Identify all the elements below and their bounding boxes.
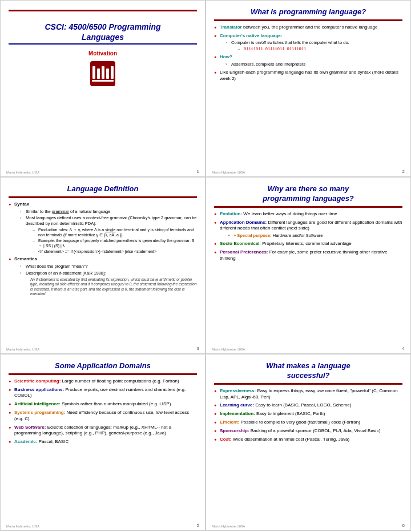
binary-example: 01111011 01111011 01111011 bbox=[238, 46, 402, 52]
slide-6-title: What makes a language successful? bbox=[214, 361, 402, 381]
bullet-systems: Systems programming: Need efficiency bec… bbox=[9, 410, 197, 422]
bullet-scientific: Scientific computing: Large number of fl… bbox=[9, 378, 197, 385]
slide-6-footer: Maria Hybinette, UGA bbox=[212, 525, 245, 528]
slide-3-bullets: Syntax Similar to the grammar of a natur… bbox=[9, 201, 197, 297]
slides-grid: CSCI: 4500/6500 Programming Languages Mo… bbox=[0, 0, 411, 531]
slide-5-footer: Maria Hybinette, UGA bbox=[6, 525, 39, 528]
motivation-label: Motivation bbox=[9, 50, 197, 57]
slide-3: Language Definition Syntax Similar to th… bbox=[0, 177, 206, 354]
bullet-translator: Translator between you, the programmer a… bbox=[214, 25, 402, 31]
bullet-how: How? Assemblers, compilers and interpret… bbox=[214, 54, 402, 67]
slide-6-bullets: Expressiveness: Easy to express things, … bbox=[214, 388, 402, 443]
bullet-business: Business applications: Produce reports, … bbox=[9, 387, 197, 400]
bullet-cost: Cost: Wide dissemination at minimal cost… bbox=[214, 437, 402, 443]
if-statement-bnf: <if-statement> ::= if (<expression>) <st… bbox=[33, 249, 197, 254]
bullet-efficient: Efficient: Possible to compile to very g… bbox=[214, 420, 402, 426]
slide-3-title: Language Definition bbox=[9, 184, 197, 194]
bullet-implementation: Implementation: Easy to implement (BASIC… bbox=[214, 411, 402, 417]
logo-box bbox=[9, 61, 197, 86]
bullet-expressiveness: Expressiveness: Easy to express things, … bbox=[214, 388, 402, 401]
bullet-web: Web Software: Eclectic collection of lan… bbox=[9, 425, 197, 437]
slide-4: Why are there so many programming langua… bbox=[206, 177, 411, 354]
slide-5: Some Application Domains Scientific comp… bbox=[0, 354, 206, 531]
bullet-native-lang: Computer's native language: Computer is … bbox=[214, 33, 402, 53]
sub-special-purpose: » Special purpose: Hardware and/or Softw… bbox=[228, 233, 402, 239]
bullet-app-domains: Application Domains: Different languages… bbox=[214, 220, 402, 239]
bullet-syntax: Syntax Similar to the grammar of a natur… bbox=[9, 201, 197, 255]
sub-grammar: Similar to the grammar of a natural lang… bbox=[20, 209, 197, 215]
slide-2-title: What is programming language? bbox=[214, 7, 402, 17]
slide-4-bullets: Evolution: We learn better ways of doing… bbox=[214, 211, 402, 262]
slide-5-bullets: Scientific computing: Large number of fl… bbox=[9, 378, 197, 445]
slide-2-bullets: Translator between you, the programmer a… bbox=[214, 25, 402, 82]
bullet-academic: Academic: Pascal, BASIC bbox=[9, 439, 197, 445]
production-rules: Production rules: Λ → γ, where Λ is a si… bbox=[33, 227, 197, 237]
example-grammar: Example: the language of properly matche… bbox=[33, 238, 197, 248]
sub-assemblers: Assemblers, compilers and interpreters bbox=[225, 62, 402, 67]
bullet-evolution: Evolution: We learn better ways of doing… bbox=[214, 211, 402, 217]
bullet-learning: Learning curve: Easy to learn (BASIC, Pa… bbox=[214, 402, 402, 409]
bullet-personal: Personal Preferences: For example, some … bbox=[214, 249, 402, 262]
slide-4-footer: Maria Hybinette, UGA bbox=[212, 348, 245, 351]
slide-2: What is programming language? Translator… bbox=[206, 0, 411, 177]
sub-context-free: Most languages defined uses a context-fr… bbox=[20, 215, 197, 254]
slide-1-title: CSCI: 4500/6500 Programming Languages bbox=[9, 22, 197, 42]
sub-onoff: Computer is on/off switches that tells t… bbox=[225, 40, 402, 52]
sub-if-desc: Description of an if-statement [K&R 1988… bbox=[20, 271, 197, 297]
university-logo bbox=[90, 61, 115, 86]
bullet-socio: Socio-Economical: Proprietary interests,… bbox=[214, 241, 402, 247]
if-desc-text: An if-statement is executed by first eva… bbox=[26, 277, 197, 297]
slide-1-footer: Maria Hybinette, UGA bbox=[6, 171, 39, 174]
bullet-semantics: Semantics What does the program "mean"? … bbox=[9, 256, 197, 296]
slide-4-title: Why are there so many programming langua… bbox=[214, 184, 402, 204]
slide-5-title: Some Application Domains bbox=[9, 361, 197, 371]
slide-5-number: 5 bbox=[197, 523, 199, 528]
slide-3-number: 3 bbox=[197, 346, 199, 351]
slide-1: CSCI: 4500/6500 Programming Languages Mo… bbox=[0, 0, 206, 177]
slide-6-number: 6 bbox=[402, 523, 405, 528]
sub-meaning: What does the program "mean"? bbox=[20, 264, 197, 269]
slide-1-number: 1 bbox=[197, 169, 199, 174]
bullet-ai: Artificial intelligence: Symbols rather … bbox=[9, 401, 197, 408]
slide-2-number: 2 bbox=[402, 169, 405, 174]
bullet-english: Like English each programming language h… bbox=[214, 70, 402, 82]
slide-3-footer: Maria Hybinette, UGA bbox=[6, 348, 39, 351]
slide-6: What makes a language successful? Expres… bbox=[206, 354, 411, 531]
slide-4-number: 4 bbox=[402, 346, 405, 351]
slide-2-footer: Maria Hybinette, UGA bbox=[212, 171, 245, 174]
bullet-sponsorship: Sponsorship: Backing of a powerful spons… bbox=[214, 428, 402, 434]
